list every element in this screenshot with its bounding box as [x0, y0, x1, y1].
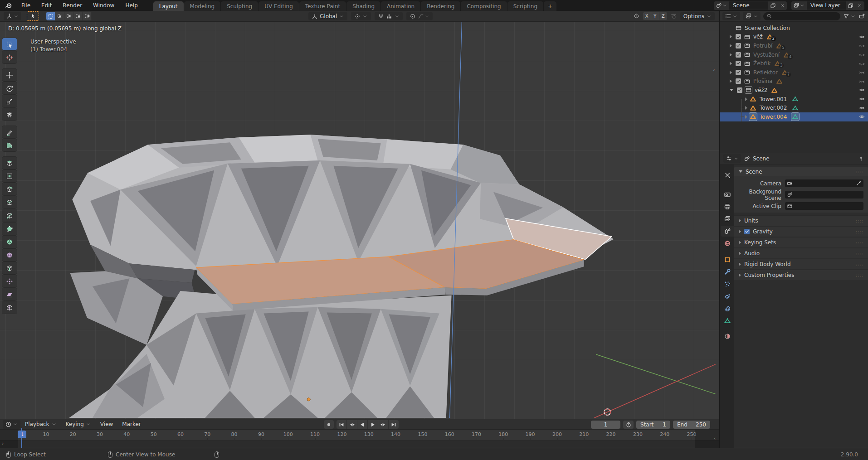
tool-annotate[interactable] — [2, 126, 17, 138]
outliner-row-Vystužení[interactable]: Vystužení4 — [720, 50, 868, 59]
visibility-toggle[interactable] — [858, 51, 865, 58]
pin-icon[interactable] — [858, 155, 864, 162]
exclude-checkbox[interactable] — [736, 61, 741, 66]
menu-render[interactable]: Render — [57, 0, 88, 11]
menu-edit[interactable]: Edit — [36, 0, 57, 11]
workspace-tab-rendering[interactable]: Rendering — [421, 1, 460, 11]
outliner-editor-type-button[interactable] — [722, 12, 740, 20]
exclude-checkbox[interactable] — [737, 87, 742, 93]
visibility-toggle[interactable] — [858, 105, 865, 111]
outliner-display-mode-button[interactable] — [743, 12, 761, 20]
next-keyframe-button[interactable] — [378, 420, 388, 429]
menu-window[interactable]: Window — [88, 0, 120, 11]
properties-tab-material[interactable] — [721, 331, 734, 342]
gravity-checkbox[interactable] — [744, 229, 750, 234]
panel-drag-dots[interactable] — [856, 229, 863, 234]
timeline-menu-view[interactable]: View — [96, 421, 117, 427]
visibility-toggle[interactable] — [858, 60, 865, 67]
visibility-toggle[interactable] — [858, 42, 865, 49]
view-layer-name[interactable]: View Layer — [807, 2, 846, 9]
duplicate-scene-button[interactable] — [768, 1, 778, 10]
workspace-tab-modeling[interactable]: Modeling — [184, 1, 221, 11]
jump-to-end-button[interactable] — [389, 420, 399, 429]
tool-edge-slide[interactable] — [2, 262, 17, 274]
field-active-clip[interactable] — [785, 202, 863, 210]
properties-tab-tool[interactable] — [721, 170, 734, 181]
active-tool-indicator[interactable] — [27, 11, 39, 21]
exclude-checkbox[interactable] — [736, 34, 741, 39]
properties-tab-world[interactable] — [721, 238, 734, 249]
workspace-tab-compositing[interactable]: Compositing — [461, 1, 507, 11]
sidebar-collapse-arrow[interactable]: ‹ — [713, 67, 715, 73]
tool-move[interactable] — [2, 69, 17, 81]
select-mode-set[interactable] — [46, 12, 55, 20]
workspace-tab-shading[interactable]: Shading — [346, 1, 380, 11]
duplicate-view-layer-button[interactable] — [846, 1, 855, 10]
outliner-row-Reflektor[interactable]: Reflektor7 — [720, 68, 868, 77]
properties-editor-type-button[interactable] — [723, 154, 741, 163]
panel-divider[interactable] — [719, 11, 720, 448]
outliner-row-Tower-004[interactable]: Tower.004 — [720, 112, 868, 121]
panel-header-units[interactable]: Units — [734, 215, 868, 226]
tool-cursor[interactable] — [2, 51, 17, 63]
select-mode-subtract[interactable] — [64, 12, 73, 20]
visibility-toggle[interactable] — [858, 113, 865, 120]
mirror-axis-x[interactable]: X — [643, 12, 651, 20]
options-dropdown[interactable]: Options — [680, 12, 715, 20]
jump-to-start-button[interactable] — [336, 420, 346, 429]
tool-measure[interactable] — [2, 139, 17, 151]
panel-drag-dots[interactable] — [856, 251, 863, 256]
mirror-icon[interactable] — [633, 13, 640, 19]
view-layer-icon-slot[interactable] — [791, 1, 807, 10]
disclosure-closed-icon[interactable] — [730, 79, 732, 83]
exclude-checkbox[interactable] — [736, 43, 741, 48]
properties-tab-modifiers[interactable] — [721, 266, 734, 277]
tool-poly-build[interactable] — [2, 223, 17, 235]
add-workspace-button[interactable]: + — [544, 1, 556, 11]
select-mode-intersect[interactable] — [83, 12, 92, 20]
outliner-search-input[interactable] — [763, 12, 840, 20]
tool-rip-region[interactable] — [2, 301, 17, 314]
new-collection-button[interactable] — [858, 13, 865, 19]
previous-keyframe-button[interactable] — [347, 420, 357, 429]
tool-select-box[interactable] — [2, 38, 17, 50]
properties-tab-constraints[interactable] — [721, 303, 734, 314]
panel-drag-dots[interactable] — [856, 262, 863, 267]
menu-file[interactable]: File — [16, 0, 36, 11]
disclosure-closed-icon[interactable] — [745, 106, 747, 110]
viewport-3d[interactable]: D: 0.05695 m (0.05695 m) along global Z … — [0, 22, 719, 419]
mirror-axis-y[interactable]: Y — [651, 12, 659, 20]
exclude-checkbox[interactable] — [736, 78, 741, 84]
tool-spin[interactable] — [2, 236, 17, 248]
exclude-checkbox[interactable] — [736, 70, 741, 75]
workspace-tab-texture-paint[interactable]: Texture Paint — [299, 1, 346, 11]
disclosure-closed-icon[interactable] — [730, 35, 732, 39]
panel-header-custom-properties[interactable]: Custom Properties — [734, 270, 868, 280]
workspace-tab-uv-editing[interactable]: UV Editing — [258, 1, 299, 11]
tool-scale[interactable] — [2, 95, 17, 107]
panel-header-audio[interactable]: Audio — [734, 248, 868, 258]
timeline-menu-playback[interactable]: Playback — [20, 421, 61, 427]
mesh-canvas[interactable] — [0, 22, 719, 419]
transform-orientation-dropdown[interactable]: Global — [308, 12, 347, 20]
remove-view-layer-button[interactable] — [855, 1, 864, 10]
disclosure-open-icon[interactable] — [730, 89, 733, 91]
tool-extrude-region[interactable] — [2, 157, 17, 169]
field-camera[interactable] — [785, 179, 863, 187]
panel-header-rigid-body-world[interactable]: Rigid Body World — [734, 259, 868, 269]
tool-rotate[interactable] — [2, 82, 17, 94]
exclude-checkbox[interactable] — [736, 52, 741, 58]
frame-start-field[interactable]: Start1 — [636, 421, 670, 429]
timeline-menu-keying[interactable]: Keying — [61, 421, 96, 427]
play-button[interactable] — [368, 420, 378, 429]
blender-logo-slot[interactable] — [0, 2, 16, 10]
panel-header-keying-sets[interactable]: Keying Sets — [734, 237, 868, 247]
workspace-tab-layout[interactable]: Layout — [153, 1, 184, 11]
outliner-row-věž[interactable]: věž2 — [720, 33, 868, 42]
timeline-collapse-arrow[interactable]: ‹ — [714, 436, 716, 441]
play-reverse-button[interactable] — [357, 420, 367, 429]
panel-header-gravity[interactable]: Gravity — [734, 226, 868, 237]
outliner-row-Tower-001[interactable]: Tower.001 — [720, 95, 868, 104]
scene-name[interactable]: Scene — [729, 2, 768, 9]
workspace-tab-animation[interactable]: Animation — [381, 1, 420, 11]
